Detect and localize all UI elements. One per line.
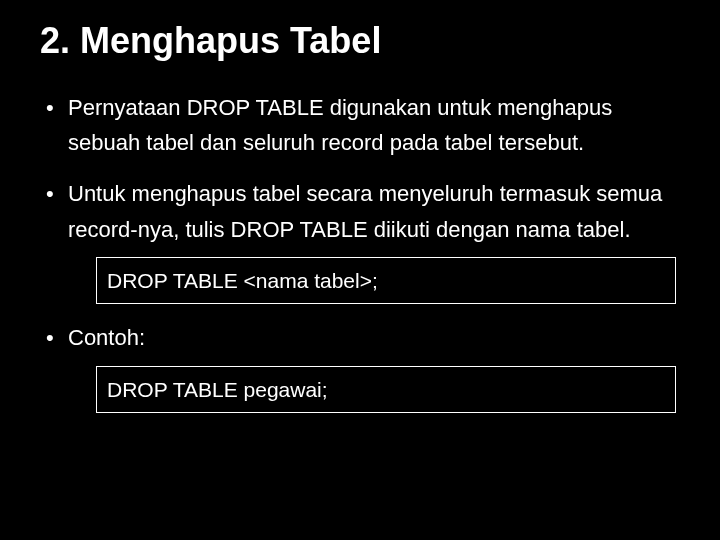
bullet-text: Untuk menghapus tabel secara menyeluruh … [68,181,662,241]
bullet-item: Untuk menghapus tabel secara menyeluruh … [40,176,680,304]
slide-title: 2. Menghapus Tabel [40,20,680,62]
bullet-item: Pernyataan DROP TABLE digunakan untuk me… [40,90,680,160]
code-block-example: DROP TABLE pegawai; [96,366,676,414]
bullet-item: Contoh: DROP TABLE pegawai; [40,320,680,413]
code-block-syntax: DROP TABLE <nama tabel>; [96,257,676,305]
bullet-text: Contoh: [68,325,145,350]
bullet-text: Pernyataan DROP TABLE digunakan untuk me… [68,95,612,155]
slide-body: Pernyataan DROP TABLE digunakan untuk me… [40,90,680,413]
